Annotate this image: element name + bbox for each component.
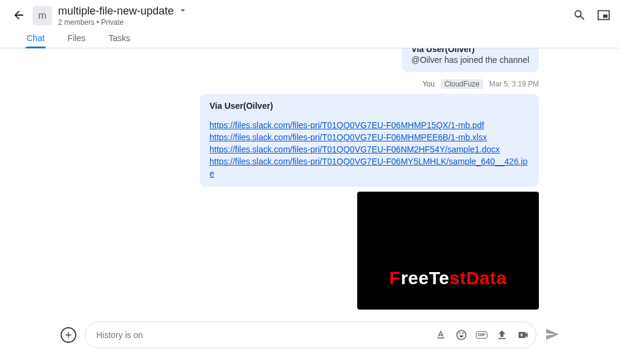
gif-icon[interactable]: GIF [476, 331, 487, 339]
image-attachment-content: FreeTestData [389, 213, 507, 288]
sender-app-badge: CloudFuze [441, 79, 483, 89]
format-text-icon[interactable] [435, 329, 447, 341]
search-icon[interactable] [573, 8, 586, 24]
space-subtitle: 2 members • Private [58, 18, 188, 27]
tab-chat[interactable]: Chat [27, 33, 45, 48]
message-bubble: Via User(Oilver) https://files.slack.com… [200, 94, 539, 187]
tab-files[interactable]: Files [68, 33, 86, 48]
via-user: Via User(Oilver) [411, 48, 529, 54]
message-text: @Oilver has joined the channel [411, 55, 529, 65]
add-attachment-button[interactable] [61, 327, 76, 343]
file-link[interactable]: https://files.slack.com/files-pri/T01QQ0… [209, 119, 529, 131]
message-time: Mar 5, 3:19 PM [489, 80, 539, 88]
space-title[interactable]: multiple-file-new-update [58, 5, 174, 18]
message-input[interactable] [96, 330, 435, 340]
via-user: Via User(Oilver) [209, 101, 529, 111]
back-button[interactable] [12, 8, 25, 24]
picture-in-picture-icon[interactable] [597, 8, 610, 24]
space-avatar: m [33, 6, 52, 25]
emoji-icon[interactable] [455, 329, 467, 341]
file-link[interactable]: https://files.slack.com/files-pri/T01QQ0… [209, 143, 529, 155]
send-button[interactable] [545, 327, 559, 343]
tab-tasks[interactable]: Tasks [108, 33, 130, 48]
image-attachment[interactable]: FreeTestData [357, 192, 539, 310]
message-bubble: Via User(Oilver) @Oilver has joined the … [401, 48, 539, 72]
message-meta: You CloudFuze Mar 5, 3:19 PM [6, 77, 614, 91]
upload-icon[interactable] [496, 329, 508, 341]
file-link[interactable]: https://files.slack.com/files-pri/T01QQ0… [209, 131, 529, 143]
chevron-down-icon[interactable] [177, 5, 188, 18]
composer: GIF [85, 322, 536, 348]
video-add-icon[interactable] [516, 329, 530, 341]
file-link[interactable]: https://files.slack.com/files-pri/T01QQ0… [209, 155, 529, 180]
sender-you: You [423, 80, 435, 88]
